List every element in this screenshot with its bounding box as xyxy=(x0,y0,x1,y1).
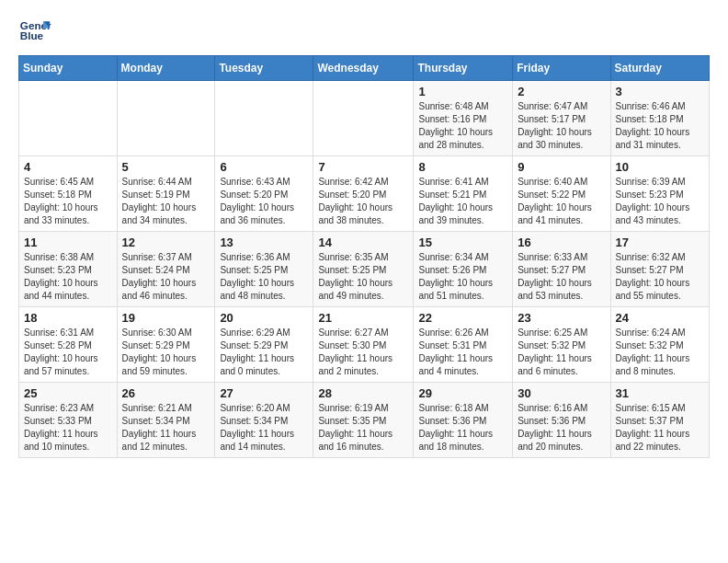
calendar-cell: 23Sunrise: 6:25 AM Sunset: 5:32 PM Dayli… xyxy=(513,307,610,383)
day-info: Sunrise: 6:30 AM Sunset: 5:29 PM Dayligh… xyxy=(122,327,210,378)
calendar-cell: 8Sunrise: 6:41 AM Sunset: 5:21 PM Daylig… xyxy=(414,156,513,232)
day-info: Sunrise: 6:47 AM Sunset: 5:17 PM Dayligh… xyxy=(518,100,605,152)
calendar-week-row: 1Sunrise: 6:48 AM Sunset: 5:16 PM Daylig… xyxy=(19,81,710,156)
day-number: 12 xyxy=(122,236,210,249)
calendar-cell xyxy=(19,81,118,156)
day-info: Sunrise: 6:37 AM Sunset: 5:24 PM Dayligh… xyxy=(122,251,210,303)
calendar-cell: 5Sunrise: 6:44 AM Sunset: 5:19 PM Daylig… xyxy=(117,156,215,232)
day-number: 1 xyxy=(418,85,507,98)
day-number: 2 xyxy=(518,85,605,98)
day-number: 4 xyxy=(24,160,112,174)
day-number: 27 xyxy=(220,386,308,400)
day-info: Sunrise: 6:45 AM Sunset: 5:18 PM Dayligh… xyxy=(24,176,112,227)
day-number: 11 xyxy=(24,236,112,249)
day-info: Sunrise: 6:40 AM Sunset: 5:22 PM Dayligh… xyxy=(518,176,605,227)
day-number: 3 xyxy=(616,85,704,98)
day-info: Sunrise: 6:23 AM Sunset: 5:33 PM Dayligh… xyxy=(24,402,112,454)
day-number: 31 xyxy=(616,386,704,400)
calendar-cell: 7Sunrise: 6:42 AM Sunset: 5:20 PM Daylig… xyxy=(313,156,414,232)
calendar-cell: 20Sunrise: 6:29 AM Sunset: 5:29 PM Dayli… xyxy=(215,307,313,383)
calendar-cell: 28Sunrise: 6:19 AM Sunset: 5:35 PM Dayli… xyxy=(313,383,414,458)
day-info: Sunrise: 6:18 AM Sunset: 5:36 PM Dayligh… xyxy=(418,402,507,454)
day-info: Sunrise: 6:48 AM Sunset: 5:16 PM Dayligh… xyxy=(418,100,507,152)
day-number: 24 xyxy=(616,311,704,325)
weekday-header: Tuesday xyxy=(215,56,313,81)
day-info: Sunrise: 6:25 AM Sunset: 5:32 PM Dayligh… xyxy=(518,327,605,378)
calendar-cell: 10Sunrise: 6:39 AM Sunset: 5:23 PM Dayli… xyxy=(610,156,709,232)
day-info: Sunrise: 6:19 AM Sunset: 5:35 PM Dayligh… xyxy=(318,402,408,454)
day-number: 23 xyxy=(518,311,605,325)
calendar-cell: 15Sunrise: 6:34 AM Sunset: 5:26 PM Dayli… xyxy=(414,232,513,307)
calendar-cell: 11Sunrise: 6:38 AM Sunset: 5:23 PM Dayli… xyxy=(19,232,118,307)
day-number: 22 xyxy=(418,311,507,325)
day-info: Sunrise: 6:26 AM Sunset: 5:31 PM Dayligh… xyxy=(418,327,507,378)
calendar-cell: 6Sunrise: 6:43 AM Sunset: 5:20 PM Daylig… xyxy=(215,156,313,232)
calendar-cell: 2Sunrise: 6:47 AM Sunset: 5:17 PM Daylig… xyxy=(513,81,610,156)
calendar-week-row: 18Sunrise: 6:31 AM Sunset: 5:28 PM Dayli… xyxy=(19,307,710,383)
day-info: Sunrise: 6:35 AM Sunset: 5:25 PM Dayligh… xyxy=(318,251,408,303)
logo-icon: General Blue xyxy=(18,15,51,48)
calendar-week-row: 4Sunrise: 6:45 AM Sunset: 5:18 PM Daylig… xyxy=(19,156,710,232)
calendar-cell: 31Sunrise: 6:15 AM Sunset: 5:37 PM Dayli… xyxy=(610,383,709,458)
day-number: 10 xyxy=(616,160,704,174)
calendar-cell: 25Sunrise: 6:23 AM Sunset: 5:33 PM Dayli… xyxy=(19,383,118,458)
day-info: Sunrise: 6:36 AM Sunset: 5:25 PM Dayligh… xyxy=(220,251,308,303)
day-info: Sunrise: 6:42 AM Sunset: 5:20 PM Dayligh… xyxy=(318,176,408,227)
calendar-cell xyxy=(117,81,215,156)
day-number: 29 xyxy=(418,386,507,400)
page-header: General Blue xyxy=(18,15,710,48)
calendar-week-row: 25Sunrise: 6:23 AM Sunset: 5:33 PM Dayli… xyxy=(19,383,710,458)
weekday-header: Thursday xyxy=(414,56,513,81)
day-info: Sunrise: 6:43 AM Sunset: 5:20 PM Dayligh… xyxy=(220,176,308,227)
calendar-cell: 26Sunrise: 6:21 AM Sunset: 5:34 PM Dayli… xyxy=(117,383,215,458)
calendar-cell: 14Sunrise: 6:35 AM Sunset: 5:25 PM Dayli… xyxy=(313,232,414,307)
calendar-cell: 19Sunrise: 6:30 AM Sunset: 5:29 PM Dayli… xyxy=(117,307,215,383)
weekday-header: Saturday xyxy=(610,56,709,81)
calendar-cell: 21Sunrise: 6:27 AM Sunset: 5:30 PM Dayli… xyxy=(313,307,414,383)
calendar-table: SundayMondayTuesdayWednesdayThursdayFrid… xyxy=(18,55,710,458)
day-info: Sunrise: 6:29 AM Sunset: 5:29 PM Dayligh… xyxy=(220,327,308,378)
day-number: 17 xyxy=(616,236,704,249)
day-info: Sunrise: 6:33 AM Sunset: 5:27 PM Dayligh… xyxy=(518,251,605,303)
day-info: Sunrise: 6:41 AM Sunset: 5:21 PM Dayligh… xyxy=(418,176,507,227)
calendar-cell: 9Sunrise: 6:40 AM Sunset: 5:22 PM Daylig… xyxy=(513,156,610,232)
day-info: Sunrise: 6:24 AM Sunset: 5:32 PM Dayligh… xyxy=(616,327,704,378)
day-number: 30 xyxy=(518,386,605,400)
day-number: 18 xyxy=(24,311,112,325)
day-number: 20 xyxy=(220,311,308,325)
weekday-header: Wednesday xyxy=(313,56,414,81)
day-number: 15 xyxy=(418,236,507,249)
day-number: 26 xyxy=(122,386,210,400)
day-info: Sunrise: 6:16 AM Sunset: 5:36 PM Dayligh… xyxy=(518,402,605,454)
calendar-cell: 3Sunrise: 6:46 AM Sunset: 5:18 PM Daylig… xyxy=(610,81,709,156)
day-info: Sunrise: 6:46 AM Sunset: 5:18 PM Dayligh… xyxy=(616,100,704,152)
calendar-cell xyxy=(313,81,414,156)
logo: General Blue xyxy=(18,15,51,48)
day-info: Sunrise: 6:32 AM Sunset: 5:27 PM Dayligh… xyxy=(616,251,704,303)
calendar-week-row: 11Sunrise: 6:38 AM Sunset: 5:23 PM Dayli… xyxy=(19,232,710,307)
day-info: Sunrise: 6:21 AM Sunset: 5:34 PM Dayligh… xyxy=(122,402,210,454)
calendar-cell: 24Sunrise: 6:24 AM Sunset: 5:32 PM Dayli… xyxy=(610,307,709,383)
day-number: 7 xyxy=(318,160,408,174)
calendar-cell xyxy=(215,81,313,156)
day-info: Sunrise: 6:44 AM Sunset: 5:19 PM Dayligh… xyxy=(122,176,210,227)
day-number: 16 xyxy=(518,236,605,249)
day-info: Sunrise: 6:38 AM Sunset: 5:23 PM Dayligh… xyxy=(24,251,112,303)
day-number: 13 xyxy=(220,236,308,249)
calendar-cell: 30Sunrise: 6:16 AM Sunset: 5:36 PM Dayli… xyxy=(513,383,610,458)
day-number: 9 xyxy=(518,160,605,174)
day-number: 5 xyxy=(122,160,210,174)
calendar-header-row: SundayMondayTuesdayWednesdayThursdayFrid… xyxy=(19,56,710,81)
calendar-cell: 22Sunrise: 6:26 AM Sunset: 5:31 PM Dayli… xyxy=(414,307,513,383)
calendar-cell: 16Sunrise: 6:33 AM Sunset: 5:27 PM Dayli… xyxy=(513,232,610,307)
weekday-header: Friday xyxy=(513,56,610,81)
svg-text:Blue: Blue xyxy=(20,29,44,41)
calendar-cell: 1Sunrise: 6:48 AM Sunset: 5:16 PM Daylig… xyxy=(414,81,513,156)
calendar-cell: 18Sunrise: 6:31 AM Sunset: 5:28 PM Dayli… xyxy=(19,307,118,383)
calendar-cell: 17Sunrise: 6:32 AM Sunset: 5:27 PM Dayli… xyxy=(610,232,709,307)
day-info: Sunrise: 6:31 AM Sunset: 5:28 PM Dayligh… xyxy=(24,327,112,378)
day-info: Sunrise: 6:15 AM Sunset: 5:37 PM Dayligh… xyxy=(616,402,704,454)
day-info: Sunrise: 6:34 AM Sunset: 5:26 PM Dayligh… xyxy=(418,251,507,303)
calendar-cell: 27Sunrise: 6:20 AM Sunset: 5:34 PM Dayli… xyxy=(215,383,313,458)
calendar-cell: 4Sunrise: 6:45 AM Sunset: 5:18 PM Daylig… xyxy=(19,156,118,232)
